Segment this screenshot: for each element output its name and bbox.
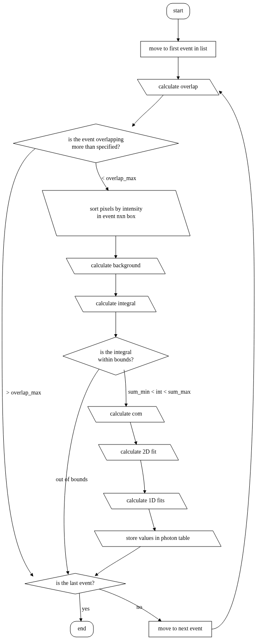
edge-1d-store xyxy=(149,509,155,531)
sort-pixels-line2: in event nxn box xyxy=(97,213,136,219)
edge-next-loop xyxy=(212,91,254,629)
first-event-node: move to first event in list xyxy=(141,41,216,57)
edge-int-ok-label: sum_min < int < sum_max xyxy=(128,389,191,395)
edge-2d-1d xyxy=(141,460,145,493)
overlap-decision-node: is the event overlapping more than speci… xyxy=(13,124,179,163)
edge-last-yes xyxy=(79,593,81,621)
next-event-node: move to next event xyxy=(149,621,212,637)
store-node: store values in photon table xyxy=(94,531,221,547)
edge-last-no-label: no xyxy=(136,604,142,610)
calc-2d-node: calculate 2D fit xyxy=(98,444,179,460)
last-decision-node: is the last event? xyxy=(25,573,126,594)
edge-int-ok xyxy=(124,370,126,406)
edge-com-2d xyxy=(130,422,136,444)
calc-1d-node: calculate 1D fits xyxy=(103,493,187,509)
calc-bg-label: calculate background xyxy=(91,262,140,269)
end-label: end xyxy=(78,625,86,632)
end-node: end xyxy=(70,621,93,637)
integral-decision-node: is the integral within bounds? xyxy=(63,337,169,375)
calc-1d-label: calculate 1D fits xyxy=(127,497,165,504)
edge-store-last xyxy=(95,547,141,576)
calc-overlap-node: calculate overlap xyxy=(137,79,219,95)
calc-2d-label: calculate 2D fit xyxy=(121,449,156,455)
calc-overlap-label: calculate overlap xyxy=(158,83,198,90)
svg-marker-3 xyxy=(13,124,179,163)
integral-decision-line1: is the integral xyxy=(100,349,131,355)
overlap-decision-line2: more than specified? xyxy=(72,144,120,150)
integral-decision-line2: within bounds? xyxy=(98,356,134,363)
edge-lt-overlap-label: < overlap_max xyxy=(101,175,136,181)
sort-pixels-node: sort pixels by intensity in event nxn bo… xyxy=(42,190,190,236)
last-decision-label: is the last event? xyxy=(56,580,95,586)
overlap-decision-line1: is the event overlapping xyxy=(68,136,124,143)
edge-int-bad-label: out of bounds xyxy=(56,476,88,482)
sort-pixels-line1: sort pixels by intensity xyxy=(90,206,142,212)
edge-gt-overlap xyxy=(2,149,35,576)
edge-overlap-decision xyxy=(132,95,163,126)
svg-marker-7 xyxy=(63,337,169,375)
first-event-label: move to first event in list xyxy=(149,45,207,52)
calc-int-node: calculate integral xyxy=(75,296,156,312)
edge-gt-overlap-label: > overlap_max xyxy=(6,390,41,396)
calc-bg-node: calculate background xyxy=(66,258,165,274)
start-node: start xyxy=(167,3,190,19)
edge-last-yes-label: yes xyxy=(82,606,90,612)
store-label: store values in photon table xyxy=(126,535,190,541)
calc-int-label: calculate integral xyxy=(96,300,136,307)
edge-last-no xyxy=(99,589,161,621)
next-event-label: move to next event xyxy=(158,625,203,632)
start-label: start xyxy=(173,7,183,14)
edge-int-bad xyxy=(64,369,99,574)
calc-com-node: calculate com xyxy=(88,406,165,422)
calc-com-label: calculate com xyxy=(110,411,142,417)
